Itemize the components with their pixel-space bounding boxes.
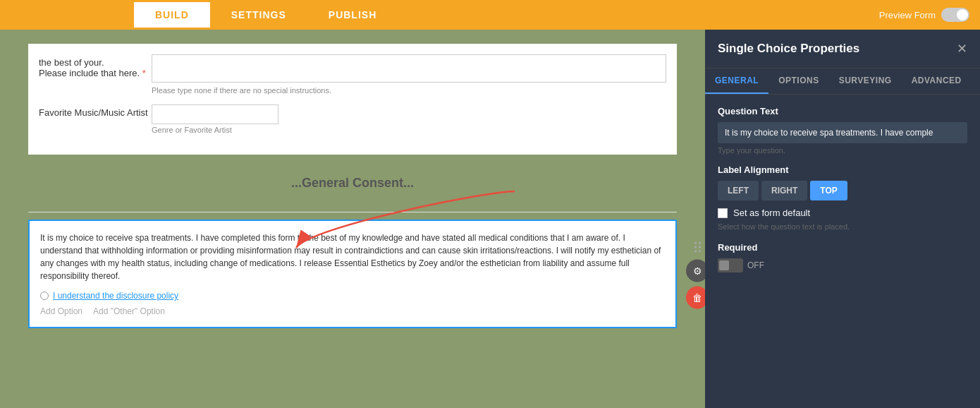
align-right-button[interactable]: RIGHT (761, 181, 807, 200)
align-left-button[interactable]: LEFT (718, 181, 759, 200)
tab-surveying[interactable]: SURVEYING (829, 68, 902, 94)
close-button[interactable]: ✕ (957, 41, 967, 56)
set-default-row: Set as form default (718, 208, 967, 218)
tab-settings[interactable]: SETTINGS (210, 2, 307, 28)
set-default-checkbox[interactable] (718, 208, 728, 218)
consent-container: It is my choice to receive spa treatment… (28, 220, 677, 328)
consent-block: It is my choice to receive spa treatment… (28, 220, 677, 328)
instruction-row: the best of your.Please include that her… (39, 54, 666, 95)
required-section: Required OFF (718, 242, 967, 272)
toggle-off-label: OFF (747, 260, 764, 270)
divider (28, 212, 677, 212)
music-label: Favorite Music/Music Artist (39, 104, 152, 118)
required-section-label: Required (718, 242, 967, 253)
label-alignment-section-label: Label Alignment (718, 164, 967, 175)
drag-dot-row-3 (694, 251, 701, 253)
set-default-label: Set as form default (733, 208, 810, 218)
drag-handle (692, 239, 704, 256)
gear-button[interactable]: ⚙ (686, 260, 705, 282)
consent-option-label: I understand the disclosure policy (53, 291, 178, 301)
add-option-row: Add Option Add "Other" Option (40, 306, 665, 316)
tab-general[interactable]: GENERAL (705, 68, 768, 94)
music-row: Favorite Music/Music Artist Genre or Fav… (39, 104, 666, 134)
top-nav: BUILD SETTINGS PUBLISH Preview Form (0, 0, 980, 30)
music-hint: Genre or Favorite Artist (152, 126, 666, 134)
add-other-option-link[interactable]: Add "Other" Option (93, 306, 165, 316)
radio-circle (40, 292, 49, 300)
drag-dot (694, 246, 697, 248)
panel-header: Single Choice Properties ✕ (705, 30, 980, 68)
instruction-textarea[interactable] (152, 54, 666, 83)
consent-text: It is my choice to receive spa treatment… (40, 232, 665, 282)
section-title: ...General Consent... (28, 162, 677, 205)
tab-publish[interactable]: PUBLISH (307, 2, 398, 28)
instruction-field-area: Please type none if there are no special… (152, 54, 666, 95)
main-layout: the best of your.Please include that her… (0, 30, 980, 408)
drag-dot-row-1 (694, 242, 701, 244)
panel-title: Single Choice Properties (718, 42, 859, 56)
drag-dot-row-2 (694, 246, 701, 248)
preview-form-toggle[interactable] (941, 8, 969, 22)
music-input[interactable] (152, 104, 278, 124)
right-panel: Single Choice Properties ✕ GENERAL OPTIO… (705, 30, 980, 408)
nav-tabs: BUILD SETTINGS PUBLISH (134, 2, 398, 28)
required-star: * (142, 68, 146, 78)
preview-form-label: Preview Form (879, 10, 936, 20)
question-text-placeholder: Type your question. (718, 146, 967, 155)
tab-options[interactable]: OPTIONS (768, 68, 829, 94)
form-area: the best of your.Please include that her… (0, 30, 705, 408)
required-toggle[interactable] (718, 258, 743, 272)
drag-dot (699, 246, 701, 248)
top-form-section: the best of your.Please include that her… (28, 44, 677, 155)
toggle-off: OFF (718, 258, 967, 272)
align-top-button[interactable]: TOP (810, 181, 847, 200)
add-option-link[interactable]: Add Option (40, 306, 82, 316)
instruction-hint: Please type none if there are no special… (152, 86, 666, 95)
drag-dot (694, 251, 697, 253)
music-field-area: Genre or Favorite Artist (152, 104, 666, 134)
align-hint: Select how the question text is placed. (718, 222, 967, 231)
question-text-input[interactable] (718, 122, 967, 143)
tab-advanced[interactable]: ADVANCED (902, 68, 972, 94)
drag-dot (699, 251, 701, 253)
drag-dot (699, 242, 701, 244)
panel-content: Question Text Type your question. Label … (705, 95, 980, 408)
tab-build[interactable]: BUILD (134, 2, 210, 28)
instruction-label: the best of your.Please include that her… (39, 54, 152, 78)
consent-option: I understand the disclosure policy (40, 291, 665, 301)
trash-button[interactable]: 🗑 (686, 287, 705, 309)
toggle-knob (719, 260, 729, 270)
panel-tabs: GENERAL OPTIONS SURVEYING ADVANCED (705, 68, 980, 95)
block-actions: ⚙ 🗑 (686, 239, 705, 309)
question-text-section-label: Question Text (718, 106, 967, 116)
alignment-buttons: LEFT RIGHT TOP (718, 181, 967, 200)
preview-form-area: Preview Form (879, 8, 969, 22)
drag-dot (694, 242, 697, 244)
